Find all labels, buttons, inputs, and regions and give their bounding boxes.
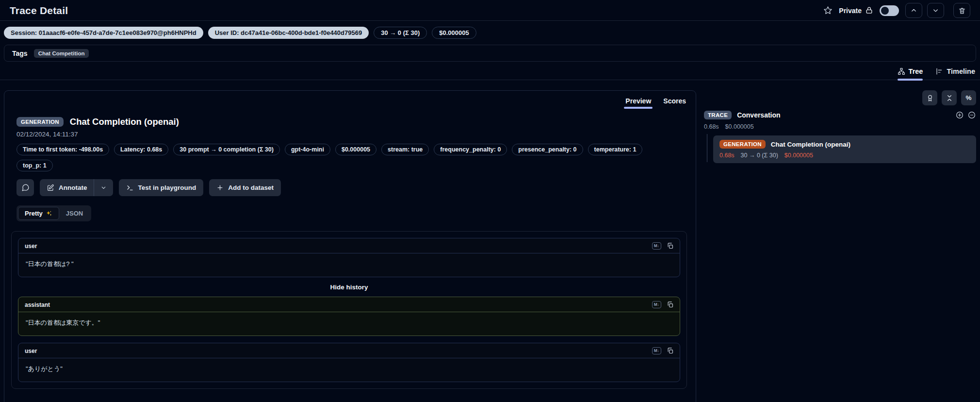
observation-title: Chat Completion (openai): [70, 117, 179, 127]
tab-tree[interactable]: Tree: [898, 67, 923, 80]
messages-container: user M↓ "日本の首都は? " Hide history assistan…: [11, 231, 687, 389]
temperature-badge: temperature: 1: [588, 144, 643, 155]
cost-badge: $0.000005: [335, 144, 376, 155]
trash-icon: [958, 7, 966, 15]
trace-latency: 0.68s: [704, 123, 719, 130]
delete-trace-button[interactable]: [953, 3, 970, 18]
toggle-knob: [881, 7, 889, 15]
copy-icon[interactable]: [667, 242, 674, 250]
chevron-down-icon: [100, 184, 107, 191]
stream-param-badge: stream: true: [381, 144, 429, 155]
public-private-toggle[interactable]: [880, 5, 899, 16]
tab-timeline[interactable]: Timeline: [935, 67, 975, 80]
generation-type-badge: GENERATION: [719, 140, 766, 149]
terminal-icon: [126, 184, 134, 192]
percent-icon: %: [965, 94, 971, 101]
format-toggle: Pretty JSON: [16, 205, 91, 221]
markdown-toggle-icon[interactable]: M↓: [652, 347, 661, 354]
hide-history-button[interactable]: Hide history: [18, 277, 680, 297]
generation-type-badge: GENERATION: [16, 117, 64, 127]
test-in-playground-button[interactable]: Test in playground: [119, 179, 204, 196]
message-content: "日本の首都は? ": [18, 253, 680, 277]
previous-trace-button[interactable]: [905, 3, 922, 18]
observation-timestamp: 02/12/2024, 14:11:37: [16, 131, 684, 138]
chevron-up-icon: [910, 7, 917, 14]
message-content: "日本の首都は東京です。": [18, 312, 680, 335]
session-badge[interactable]: Session: 01aaacf6-e0fe-457d-a7de-7c1ee08…: [4, 27, 203, 39]
content-area: Preview Scores GENERATION Chat Completio…: [0, 90, 980, 402]
award-icon: [926, 94, 934, 102]
scores-toggle-button[interactable]: [922, 90, 937, 105]
generation-title: Chat Completion (openai): [771, 141, 850, 148]
pretty-label: Pretty: [25, 210, 43, 217]
trace-title: Conversation: [737, 111, 950, 119]
tree-icon: [898, 67, 905, 75]
cost-badge: $0.000005: [432, 27, 476, 39]
trace-tree-sidebar: % TRACE Conversation 0.68s $0.000005 GEN…: [696, 90, 980, 163]
tab-tree-label: Tree: [909, 67, 923, 75]
trace-node[interactable]: TRACE Conversation: [704, 111, 976, 119]
message-panel-user-1: user M↓ "日本の首都は? ": [18, 238, 680, 277]
tree-toolbar: %: [704, 90, 976, 105]
star-icon[interactable]: [823, 6, 833, 15]
user-id-badge[interactable]: User ID: dc47a41e-06bc-400d-bde1-f0e440d…: [208, 27, 369, 39]
copy-icon[interactable]: [667, 347, 674, 354]
add-to-dataset-button[interactable]: Add to dataset: [209, 179, 281, 196]
observation-detail-card: Preview Scores GENERATION Chat Completio…: [4, 90, 696, 402]
circle-plus-icon[interactable]: [955, 111, 964, 119]
message-role: user: [25, 243, 652, 250]
chevrons-collapse-icon: [946, 94, 953, 102]
top-p-badge: top_p: 1: [16, 160, 53, 171]
tab-preview[interactable]: Preview: [625, 97, 651, 109]
generation-latency: 0.68s: [719, 152, 735, 159]
comment-button[interactable]: [16, 179, 34, 196]
message-role: assistant: [25, 302, 652, 308]
comment-icon: [21, 184, 30, 192]
collapse-all-button[interactable]: [942, 90, 957, 105]
top-bar: Trace Detail Private: [0, 0, 980, 20]
tab-scores[interactable]: Scores: [663, 97, 686, 109]
panel-tabs: Preview Scores: [625, 97, 686, 109]
trace-cost: $0.000005: [725, 123, 754, 130]
annotate-label: Annotate: [59, 184, 87, 191]
plus-icon: [216, 184, 224, 191]
markdown-toggle-icon[interactable]: M↓: [652, 242, 661, 250]
timeline-icon: [935, 67, 943, 75]
tag-chip[interactable]: Chat Competition: [34, 49, 89, 58]
observation-header: GENERATION Chat Completion (openai) 02/1…: [4, 91, 696, 221]
next-trace-button[interactable]: [927, 3, 944, 18]
format-json-button[interactable]: JSON: [59, 207, 90, 220]
meta-badges-row-2: top_p: 1: [16, 160, 684, 171]
page-title: Trace Detail: [10, 5, 68, 17]
trace-type-badge: TRACE: [704, 111, 732, 119]
privacy-control: Private: [839, 6, 873, 15]
token-breakdown-badge: 30 prompt → 0 completion (Σ 30): [173, 144, 280, 155]
circle-minus-icon[interactable]: [967, 111, 976, 119]
markdown-toggle-icon[interactable]: M↓: [652, 301, 661, 308]
add-to-dataset-label: Add to dataset: [228, 184, 274, 191]
generation-node-selected[interactable]: GENERATION Chat Completion (openai) 0.68…: [713, 135, 976, 163]
copy-icon[interactable]: [667, 301, 674, 308]
tab-timeline-label: Timeline: [947, 67, 975, 75]
token-usage-badge: 30 → 0 (Σ 30): [374, 27, 427, 39]
edit-icon: [47, 184, 54, 192]
annotate-dropdown-button[interactable]: [94, 179, 113, 196]
metrics-toggle-button[interactable]: %: [961, 90, 976, 105]
generation-metrics: 0.68s 30 → 0 (Σ 30) $0.000005: [719, 152, 970, 159]
frequency-penalty-badge: frequency_penalty: 0: [434, 144, 507, 155]
lock-icon: [865, 6, 873, 15]
chevron-down-icon: [932, 7, 939, 14]
format-pretty-button[interactable]: Pretty: [18, 207, 59, 220]
test-in-playground-label: Test in playground: [138, 184, 196, 191]
latency-badge: Latency: 0.68s: [114, 144, 168, 155]
top-bar-actions: Private: [823, 3, 970, 18]
privacy-label: Private: [839, 7, 862, 15]
model-badge[interactable]: gpt-4o-mini: [285, 144, 330, 155]
tree-connector-line: [707, 134, 707, 162]
trace-metrics: 0.68s $0.000005: [704, 123, 976, 130]
message-panel-assistant: assistant M↓ "日本の首都は東京です。": [18, 297, 680, 336]
message-panel-user-2: user M↓ "ありがとう": [18, 343, 680, 382]
annotate-button[interactable]: Annotate: [40, 179, 94, 196]
json-label: JSON: [66, 210, 83, 217]
generation-cost: $0.000005: [784, 152, 813, 159]
